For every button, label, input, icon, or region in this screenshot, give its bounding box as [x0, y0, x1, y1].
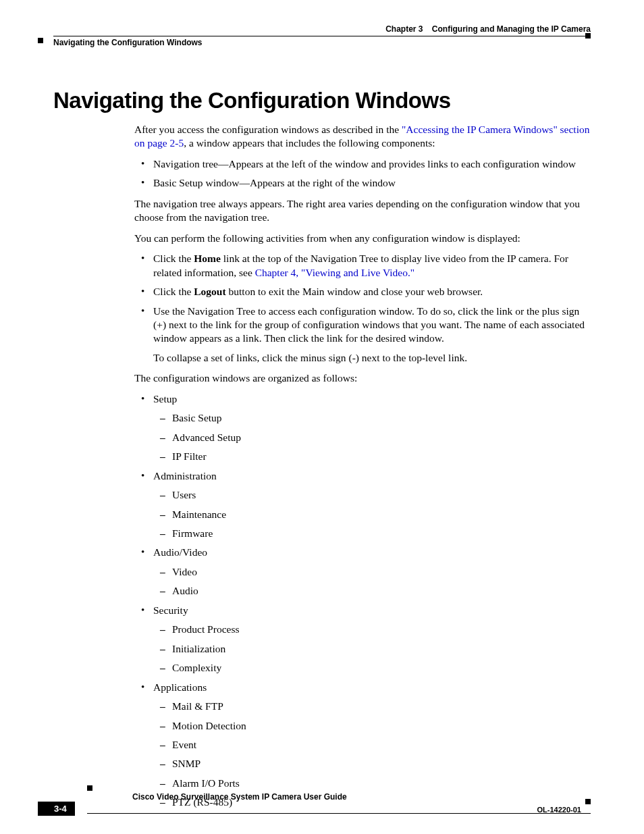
text: button to exit the Main window and close…	[226, 286, 483, 297]
header-rule	[53, 36, 591, 36]
list-item: Basic Setup window—Appears at the right …	[134, 176, 591, 190]
footer-rule	[87, 813, 591, 814]
tree-sub-item: Video	[153, 565, 591, 579]
tree-sub-item: Firmware	[153, 527, 591, 540]
tree-sub-item: Advanced Setup	[153, 431, 591, 444]
tree-sub-item: Alarm I/O Ports	[153, 777, 591, 790]
footer-tick-left-icon	[87, 785, 92, 791]
body-content: After you access the configuration windo…	[134, 123, 591, 810]
tree-top-item: SecurityProduct ProcessInitializationCom…	[134, 604, 591, 675]
running-header-right: Chapter 3 Configuring and Managing the I…	[385, 24, 591, 34]
tree-top-item: SetupBasic SetupAdvanced SetupIP Filter	[134, 392, 591, 464]
tree-sub-item: Audio	[153, 584, 591, 598]
list-item: Use the Navigation Tree to access each c…	[134, 305, 591, 365]
tree-sub-list: Basic SetupAdvanced SetupIP Filter	[153, 411, 591, 463]
tree-top-label: Security	[153, 604, 188, 616]
section-heading: Navigating the Configuration Windows	[53, 88, 591, 113]
paragraph: The configuration windows are organized …	[134, 371, 591, 385]
tree-sub-list: Product ProcessInitializationComplexity	[153, 623, 591, 675]
tree-top-item: Audio/VideoVideoAudio	[134, 546, 591, 598]
paragraph: You can perform the following activities…	[134, 232, 591, 245]
header-left-tick-icon	[38, 38, 43, 43]
document-page: Chapter 3 Configuring and Managing the I…	[0, 0, 644, 834]
tree-sub-item: Product Process	[153, 623, 591, 636]
logout-bold: Logout	[194, 286, 225, 297]
list-item: Click the Logout button to exit the Main…	[134, 285, 591, 298]
chapter-label: Chapter 3	[385, 24, 423, 34]
tree-sub-item: IP Filter	[153, 450, 591, 463]
tree-sub-item: Users	[153, 488, 591, 502]
tree-top-item: ApplicationsMail & FTPMotion DetectionEv…	[134, 681, 591, 810]
footer-book-title: Cisco Video Surveillance System IP Camer…	[132, 792, 347, 802]
running-header-left: Navigating the Configuration Windows	[53, 38, 203, 47]
tree-sub-item: Mail & FTP	[153, 700, 591, 713]
text: Click the	[153, 253, 194, 264]
tree-top-item: AdministrationUsersMaintenanceFirmware	[134, 469, 591, 541]
intro-text-b: , a window appears that includes the fol…	[184, 137, 435, 149]
chapter-title: Configuring and Managing the IP Camera	[432, 24, 591, 34]
text: Use the Navigation Tree to access each c…	[153, 305, 585, 344]
home-bold: Home	[194, 253, 221, 264]
page-number: 3-4	[38, 802, 75, 816]
link-chapter-4[interactable]: Chapter 4, "Viewing and Live Video."	[255, 267, 415, 278]
tree-sub-item: Initialization	[153, 642, 591, 656]
tree-sub-item: Complexity	[153, 661, 591, 675]
list-item: Navigation tree—Appears at the left of t…	[134, 157, 591, 171]
intro-text-a: After you access the configuration windo…	[134, 124, 402, 135]
tree-top-label: Setup	[153, 393, 177, 405]
list-item-text: Navigation tree—Appears at the left of t…	[153, 158, 576, 170]
tree-sub-item: Event	[153, 738, 591, 752]
paragraph: The navigation tree always appears. The …	[134, 197, 591, 225]
tree-sub-list: VideoAudio	[153, 565, 591, 598]
list-item: Click the Home link at the top of the Na…	[134, 252, 591, 280]
tree-sub-item: Basic Setup	[153, 411, 591, 425]
tree-sub-list: UsersMaintenanceFirmware	[153, 488, 591, 540]
components-list: Navigation tree—Appears at the left of t…	[134, 157, 591, 190]
configuration-tree: SetupBasic SetupAdvanced SetupIP FilterA…	[134, 392, 591, 810]
footer-tick-right-icon	[585, 799, 591, 804]
list-item-text: Basic Setup window—Appears at the right …	[153, 177, 396, 188]
intro-paragraph: After you access the configuration windo…	[134, 123, 591, 151]
activities-list: Click the Home link at the top of the Na…	[134, 252, 591, 365]
page-footer: Cisco Video Surveillance System IP Camer…	[38, 813, 591, 814]
footer-doc-number: OL-14220-01	[537, 806, 581, 814]
tree-sub-item: Maintenance	[153, 508, 591, 521]
tree-top-label: Audio/Video	[153, 546, 207, 558]
list-item-sub-paragraph: To collapse a set of links, click the mi…	[153, 351, 591, 365]
text: Click the	[153, 286, 194, 297]
tree-top-label: Administration	[153, 470, 217, 481]
tree-sub-item: SNMP	[153, 757, 591, 771]
tree-sub-item: Motion Detection	[153, 719, 591, 733]
tree-top-label: Applications	[153, 681, 207, 693]
